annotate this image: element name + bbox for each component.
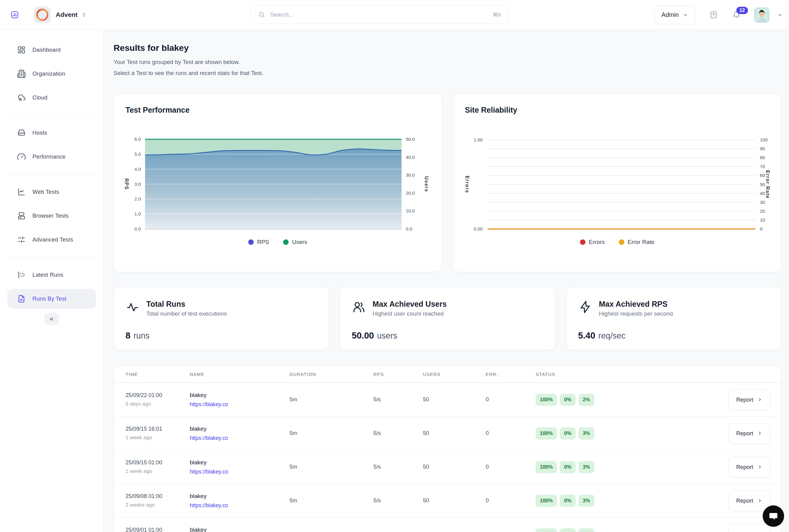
stat-subtitle: Highest user count reached — [372, 310, 446, 317]
table-row: 25/09/01 01:003 weeks agoblakeyhttps://b… — [114, 517, 781, 532]
sidebar-item-performance[interactable]: Performance — [7, 147, 96, 167]
sidebar-item-advanced-tests[interactable]: Advanced Tests — [7, 230, 96, 249]
svg-text:100: 100 — [760, 137, 768, 142]
run-url-link[interactable]: https://blakey.co — [190, 401, 228, 408]
legend-label: Errors — [589, 239, 605, 246]
svg-text:20.0: 20.0 — [406, 190, 415, 195]
table-row: 25/09/15 16:011 week agoblakeyhttps://bl… — [114, 416, 781, 450]
column-header: USERS — [423, 372, 486, 377]
runs-by-test-icon — [17, 294, 26, 303]
run-duration: 5m — [290, 497, 373, 504]
sidebar-item-label: Advanced Tests — [33, 236, 73, 243]
stat-title: Max Achieved RPS — [599, 299, 673, 308]
report-button[interactable]: Report — [728, 390, 770, 410]
org-switcher[interactable]: Advent — [34, 6, 87, 23]
svg-text:30.0: 30.0 — [406, 172, 415, 177]
sidebar-item-label: Hosts — [33, 130, 47, 136]
run-rps: 5/s — [373, 497, 423, 504]
runs-table: TIMENAMEDURATIONRPSUSERSERR.STATUS25/09/… — [114, 365, 781, 532]
svg-text:4.0: 4.0 — [134, 167, 141, 172]
sidebar-item-hosts[interactable]: Hosts — [7, 123, 96, 142]
hosts-icon — [17, 128, 26, 137]
sidebar-divider — [7, 257, 96, 258]
svg-text:6.0: 6.0 — [134, 136, 141, 142]
page-subtitle-line2: Select a Test to see the runs and recent… — [114, 68, 781, 79]
report-button[interactable]: Report — [728, 490, 770, 511]
svg-text:0.0: 0.0 — [134, 226, 141, 231]
sidebar-item-label: Browser Tests — [33, 212, 69, 219]
app-logo-icon[interactable] — [11, 11, 19, 19]
stat-unit: runs — [133, 331, 150, 341]
run-status-badges: 100%0%3% — [536, 495, 689, 507]
report-button[interactable]: Report — [728, 423, 770, 444]
svg-text:Users: Users — [424, 176, 429, 192]
report-button[interactable]: Report — [728, 524, 770, 532]
run-rps: 5/s — [373, 464, 423, 470]
sidebar-item-dashboard[interactable]: Dashboard — [7, 40, 96, 60]
org-name: Advent — [56, 11, 77, 18]
chevron-up-down-icon — [81, 12, 87, 18]
user-menu-chevron-icon[interactable] — [777, 12, 783, 18]
svg-text:0.00: 0.00 — [474, 226, 483, 231]
svg-text:40.0: 40.0 — [406, 155, 415, 160]
site-reliability-chart: 1.000.001009080706050403020100ErrorsErro… — [453, 132, 781, 233]
sidebar-item-cloud[interactable]: Cloud — [7, 88, 96, 108]
chevron-right-icon — [757, 464, 763, 470]
sidebar: DashboardOrganizationCloudHostsPerforman… — [0, 30, 103, 532]
search-bar[interactable]: ⌘K — [250, 5, 509, 24]
legend-dot-error-rate — [619, 240, 624, 245]
status-badge: 0% — [560, 427, 576, 440]
sidebar-collapse-button[interactable]: « — [44, 313, 59, 325]
browser-tests-icon — [17, 211, 26, 221]
top-bar: Advent ⌘K Admin 12 — [0, 0, 789, 30]
run-name: blakeyhttps://blakey.co — [190, 392, 290, 408]
charts-row: Test Performance 6.05.04.03.02.01.00.050… — [114, 94, 781, 272]
legend-item: RPS — [248, 239, 269, 246]
chevron-right-icon — [757, 397, 763, 402]
web-tests-icon — [17, 187, 26, 196]
stat-unit: users — [377, 331, 397, 341]
svg-text:40: 40 — [760, 191, 765, 196]
status-badge: 100% — [536, 495, 557, 507]
report-button[interactable]: Report — [728, 457, 770, 477]
sidebar-item-browser-tests[interactable]: Browser Tests — [7, 206, 96, 226]
stat-value: 50.00 — [352, 330, 374, 341]
chat-widget-button[interactable] — [763, 506, 784, 527]
svg-text:50.0: 50.0 — [406, 136, 415, 142]
chart-title: Test Performance — [114, 94, 442, 114]
status-badge: 3% — [578, 495, 594, 507]
run-users: 50 — [423, 396, 486, 403]
cloud-icon — [17, 93, 26, 102]
column-header: TIME — [126, 372, 190, 377]
run-url-link[interactable]: https://blakey.co — [190, 435, 228, 441]
column-header: STATUS — [536, 372, 689, 377]
dashboard-icon — [17, 45, 26, 55]
notifications-button[interactable]: 12 — [732, 11, 740, 19]
sidebar-item-runs-by-test[interactable]: Runs By Test — [7, 289, 96, 308]
legend-dot-rps — [248, 240, 254, 245]
sidebar-item-web-tests[interactable]: Web Tests — [7, 182, 96, 202]
run-status-badges: 100%0%2% — [536, 394, 689, 406]
sidebar-item-organization[interactable]: Organization — [7, 64, 96, 83]
run-time: 25/09/08 01:002 weeks ago — [126, 493, 190, 508]
search-input[interactable] — [270, 11, 493, 18]
sidebar-item-label: Runs By Test — [33, 296, 66, 302]
main-content: Results for blakey Your Test runs groupe… — [103, 30, 789, 532]
sidebar-divider — [7, 115, 96, 115]
svg-text:5.0: 5.0 — [134, 152, 141, 157]
stat-value: 5.40 — [578, 330, 595, 341]
chart-title: Site Reliability — [453, 94, 781, 114]
sidebar-item-latest-runs[interactable]: Latest Runs — [7, 265, 96, 285]
svg-text:1.0: 1.0 — [134, 211, 141, 216]
run-url-link[interactable]: https://blakey.co — [190, 469, 228, 475]
admin-menu-button[interactable]: Admin — [654, 6, 695, 24]
run-time: 25/09/15 01:001 week ago — [126, 459, 190, 474]
status-badge: 100% — [536, 394, 557, 406]
chat-bubble-icon — [768, 511, 779, 521]
user-avatar[interactable] — [754, 7, 769, 23]
svg-text:1.00: 1.00 — [474, 137, 483, 142]
run-url-link[interactable]: https://blakey.co — [190, 502, 228, 509]
run-users: 50 — [423, 464, 486, 470]
help-icon[interactable] — [709, 11, 718, 19]
status-badge: 0% — [560, 461, 576, 473]
